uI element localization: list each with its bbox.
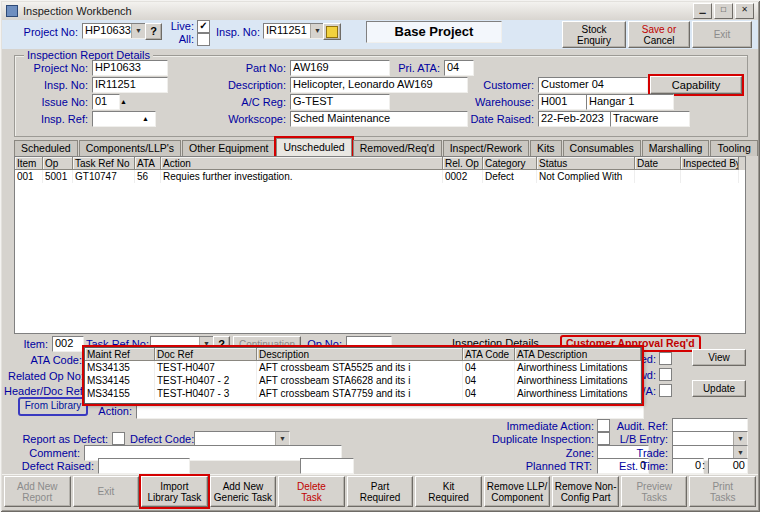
est-time-hours-field[interactable]: 0 xyxy=(672,458,704,474)
est-time-label: Est. Time: xyxy=(614,459,668,473)
grid-column-op[interactable]: Op xyxy=(43,157,73,170)
tab-inspect-rework[interactable]: Inspect/Rework xyxy=(443,140,529,156)
ac-reg-field[interactable]: G-TEST xyxy=(290,94,390,110)
save-or-cancel-button[interactable]: Save orCancel xyxy=(628,21,690,48)
tab-unscheduled[interactable]: Unscheduled xyxy=(276,138,351,156)
details-project-no-field[interactable]: HP10633 xyxy=(92,60,168,76)
part-required-button[interactable]: PartRequired xyxy=(347,476,414,507)
popup-row[interactable]: MS34135TEST-H0407AFT crossbeam STA5525 a… xyxy=(85,361,641,374)
popup-column-ata-description: ATA Description xyxy=(515,348,641,361)
insp-no-combo[interactable]: IR11251▼ xyxy=(263,23,325,39)
note-button[interactable] xyxy=(323,23,341,40)
est-time-minutes-field[interactable]: 00 xyxy=(708,458,748,474)
grid-column-ata[interactable]: ATA xyxy=(135,157,161,170)
popup-rows[interactable]: MS34135TEST-H0407AFT crossbeam STA5525 a… xyxy=(85,361,641,400)
tab-kits[interactable]: Kits xyxy=(530,140,562,156)
immediate-action-checkbox[interactable] xyxy=(597,419,610,432)
planned-trt-label: Planned TRT: xyxy=(518,459,592,473)
popup-row[interactable]: MS34155TEST-H0407 - 3AFT crossbeam STA77… xyxy=(85,387,641,400)
view-button[interactable]: View xyxy=(692,349,746,366)
footer-button-label: Add New xyxy=(223,481,264,492)
grid-column-item[interactable]: Item xyxy=(15,157,43,170)
print-tasks-button[interactable]: PrintTasks xyxy=(689,476,756,507)
item-field[interactable]: 002 xyxy=(52,336,84,352)
popup-cell: MS34155 xyxy=(85,387,155,400)
table-cell: GT10747 xyxy=(73,170,135,183)
task-lookup-popup[interactable]: Maint RefDoc RefDescriptionATA CodeATA D… xyxy=(84,347,642,404)
issue-no-label: Issue No: xyxy=(20,95,88,109)
from-library-button[interactable]: From Library xyxy=(18,397,88,416)
chevron-down-icon[interactable]: ▼ xyxy=(275,432,289,446)
grid-column-date[interactable]: Date xyxy=(635,157,681,170)
workscope-label: Workscope: xyxy=(224,112,286,126)
grid-column-rel-op[interactable]: Rel. Op xyxy=(443,157,483,170)
warehouse-field[interactable]: H001 xyxy=(538,94,588,110)
project-help-button[interactable]: ? xyxy=(145,23,162,40)
popup-row[interactable]: MS34145TEST-H0407 - 2AFT crossbeam STA66… xyxy=(85,374,641,387)
maximize-icon[interactable]: □ xyxy=(714,3,733,19)
grid-column-action[interactable]: Action xyxy=(161,157,443,170)
report-as-defect-checkbox[interactable] xyxy=(112,432,125,445)
add-new-report-button[interactable]: Add NewReport xyxy=(4,476,71,507)
grid-column-status[interactable]: Status xyxy=(537,157,635,170)
issue-flag-icon[interactable]: ▲ xyxy=(120,98,127,106)
update-button[interactable]: Update xyxy=(692,380,746,397)
part-no-field[interactable]: AW169 xyxy=(290,60,390,76)
project-no-combo[interactable]: HP10633▼ xyxy=(82,23,146,39)
popup-cell: MS34135 xyxy=(85,361,155,374)
import-library-task-button[interactable]: ImportLibrary Task xyxy=(141,476,208,507)
report-as-defect-label: Report as Defect: xyxy=(18,432,108,446)
footer-button-label: Tasks xyxy=(710,492,736,503)
close-icon[interactable]: ✕ xyxy=(735,3,754,19)
chevron-down-icon[interactable]: ▼ xyxy=(733,432,747,446)
grid-body[interactable]: 0015001GT1074756Requies further investig… xyxy=(15,170,745,183)
live-checkbox[interactable]: ✓ xyxy=(197,20,210,33)
task-grid[interactable]: ItemOpTask Ref NoATAActionRel. OpCategor… xyxy=(14,156,746,334)
all-checkbox[interactable] xyxy=(197,33,210,46)
description-field[interactable]: Helicopter, Leonardo AW169 xyxy=(290,77,468,93)
remove-non-config-part-button[interactable]: Remove Non-Config Part xyxy=(552,476,619,507)
date-raised-field[interactable]: 22-Feb-2023 xyxy=(538,111,612,127)
grid-column-category[interactable]: Category xyxy=(483,157,537,170)
tab-consumables[interactable]: Consumables xyxy=(563,140,641,156)
issue-no-field[interactable]: 01 xyxy=(92,94,120,110)
table-cell: 0002 xyxy=(443,170,483,183)
chevron-down-icon[interactable]: ▼ xyxy=(131,24,145,38)
popup-column-doc-ref: Doc Ref xyxy=(155,348,257,361)
actioned-checkbox[interactable] xyxy=(659,352,672,365)
exit-button[interactable]: Exit xyxy=(692,21,752,48)
workscope-field[interactable]: Sched Maintenance xyxy=(290,111,468,127)
tab-strip: ScheduledComponents/LLP'sOther Equipment… xyxy=(14,139,759,156)
na-checkbox[interactable] xyxy=(659,384,672,397)
tab-removed-req-d[interactable]: Removed/Req'd xyxy=(353,140,442,156)
pri-ata-field[interactable]: 04 xyxy=(444,60,474,76)
preview-tasks-button[interactable]: PreviewTasks xyxy=(621,476,688,507)
tab-scheduled[interactable]: Scheduled xyxy=(14,140,78,156)
insp-ref-flag-icon[interactable]: ▲ xyxy=(142,115,149,123)
chevron-down-icon[interactable]: ▼ xyxy=(310,24,324,38)
minimize-icon[interactable]: ▁ xyxy=(693,3,712,19)
defect-raised-extra-field[interactable] xyxy=(300,458,354,474)
tab-other-equipment[interactable]: Other Equipment xyxy=(182,140,275,156)
table-row[interactable]: 0015001GT1074756Requies further investig… xyxy=(15,170,745,183)
delete-task-button[interactable]: DeleteTask xyxy=(278,476,345,507)
footer-button-label: Preview xyxy=(636,481,672,492)
details-insp-no-field[interactable]: IR11251 xyxy=(92,77,168,93)
capability-button[interactable]: Capability xyxy=(650,76,742,94)
add-new-generic-task-button[interactable]: Add NewGeneric Task xyxy=(210,476,277,507)
tab-components-llp-s[interactable]: Components/LLP's xyxy=(79,140,181,156)
tab-marshalling[interactable]: Marshalling xyxy=(642,140,710,156)
all-label: All: xyxy=(164,32,194,46)
action-field[interactable] xyxy=(136,403,644,419)
exit-button[interactable]: Exit xyxy=(73,476,140,507)
grid-column-inspected-by[interactable]: Inspected By xyxy=(681,157,739,170)
carried-fwd-checkbox[interactable] xyxy=(659,368,672,381)
grid-column-task-ref-no[interactable]: Task Ref No xyxy=(73,157,135,170)
tab-tooling[interactable]: Tooling xyxy=(710,140,757,156)
duplicate-inspection-checkbox[interactable] xyxy=(597,432,610,445)
defect-raised-field[interactable] xyxy=(98,458,190,474)
stock-enquiry-button[interactable]: StockEnquiry xyxy=(562,21,626,48)
remove-llp-component-button[interactable]: Remove LLP/Component xyxy=(484,476,551,507)
customer-field[interactable]: Customer 04 xyxy=(538,77,648,93)
kit-required-button[interactable]: KitRequired xyxy=(415,476,482,507)
